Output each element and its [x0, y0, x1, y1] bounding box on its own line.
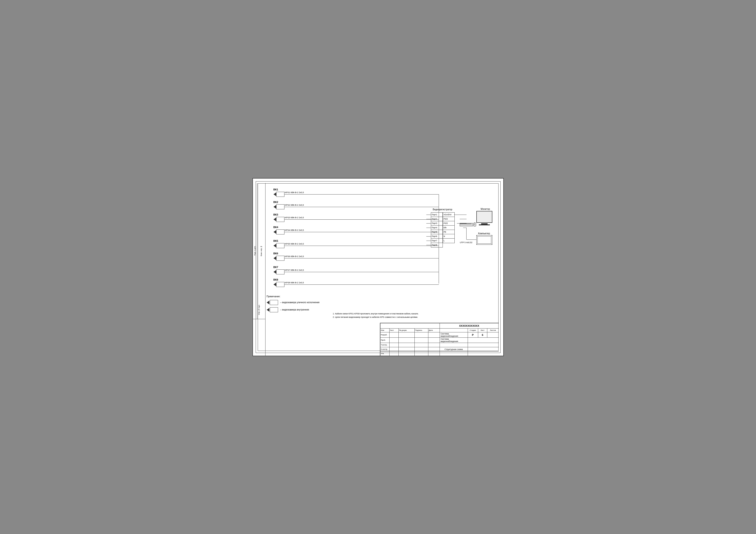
port-line-7 — [426, 241, 431, 241]
cable-label-bk1: KPS1 КВК-В-2 2х0,5 — [285, 191, 304, 193]
left-stamp-area: Взам. инф. № Подп. и дата Инф. № подл. — [253, 183, 265, 356]
cable-bk3 — [284, 219, 439, 220]
drawing-name: Структурная схема — [445, 348, 463, 350]
port-line-1 — [426, 215, 431, 215]
computer-icon — [476, 235, 492, 246]
utp-label: UTP 5 4х0,52 — [460, 241, 472, 243]
legend-indoor-text: – видеокамера внутренняя — [280, 308, 309, 311]
system-name: Система видеонаблюдения — [441, 333, 467, 337]
port-line-5 — [426, 232, 431, 232]
utv-label: Утв. — [381, 352, 384, 355]
cable-bk4 — [284, 232, 439, 232]
notes-area: 1. Кабели связи KPS1-KPS8 проложить внут… — [333, 312, 499, 319]
col-podpis: Подпись — [415, 329, 422, 331]
port-4: Порт4 — [431, 226, 443, 230]
stamp-podp: Подп. и дата — [254, 246, 256, 255]
port-n: N — [443, 234, 454, 239]
cam-label-bk6: ВК6 — [274, 252, 278, 255]
eth-line-horiz2 — [467, 240, 476, 240]
cable-label-bk8: KPS8 КВК-В-2 2х0,5 — [285, 282, 304, 284]
port-7: Порт7 — [431, 239, 443, 243]
page: Взам. инф. № Подп. и дата Инф. № подл. В… — [253, 178, 504, 356]
prob-label: Проб. — [381, 339, 386, 341]
port-pe: PE — [443, 230, 454, 234]
col-izm: Изм — [381, 329, 384, 331]
cable-label-bk6: KPS6 КВК-В-2 2х0,5 — [285, 255, 304, 258]
cam-label-bk2: ВК2 — [274, 201, 278, 203]
legend-title: Примечание: — [267, 295, 320, 298]
col-data: Дата — [429, 329, 433, 331]
cable-label-bk4: KPS4 КВК-В-2 2х0,5 — [285, 229, 304, 231]
port-ps2-2: PS/2 — [443, 221, 454, 226]
computer-label: Компьютер — [478, 232, 490, 235]
col-stadiya: Стадия — [470, 329, 476, 331]
col-listov: Листов — [490, 329, 496, 331]
monitor — [476, 211, 492, 225]
ports-left-col: Порт1 Порт2 Порт3 Порт4 Порт5 Порт6 Порт… — [431, 212, 443, 247]
cable-bk7 — [284, 272, 439, 272]
project-name: ХХХХХХХХХХХХ — [459, 324, 479, 327]
cable-label-bk2: KPS2 КВК-В-2 2х0,5 — [285, 204, 304, 206]
port-vga: VGA/DVI — [443, 213, 454, 217]
port-l: L — [443, 239, 454, 243]
tkontr-label: Т.контр. — [381, 344, 388, 346]
legend-outdoor-text: – видеокамера уличного исполнения — [280, 301, 320, 304]
note-line2: 2. Цепи питания видеокамер проходят в ка… — [333, 316, 499, 319]
legend-area: Примечание: – видеокамера уличного испол… — [267, 295, 320, 312]
port-ps2-1: PS/2 — [443, 217, 454, 221]
stage-value: Р — [472, 334, 473, 336]
col-list2: Лист — [480, 329, 484, 331]
port-6: Порт6 — [431, 234, 443, 239]
port-5: Порт5 — [431, 230, 443, 234]
stamp-vzam: Взам. инф. № — [260, 246, 262, 256]
mouse — [473, 222, 476, 226]
port-line-2 — [426, 219, 431, 219]
cam-label-bk5: ВК5 — [274, 240, 278, 242]
ports-right-col: VGA/DVI PS/2 PS/2 Eth PE N L — [443, 212, 455, 243]
title-block: ХХХХХХХХХХХХ Изм Лист № докум. Подпись Д… — [380, 323, 499, 356]
sheet-value: 6 — [482, 334, 483, 336]
razrab-label: Разраб. — [381, 334, 388, 336]
cam-label-bk4: ВК4 — [274, 226, 278, 229]
port-eth: Eth — [443, 226, 454, 230]
note-line1: 1. Кабели связи KPS1-KPS8 проложить внут… — [333, 312, 499, 316]
port-8: Порт8 — [431, 243, 443, 247]
cable-label-bk7: KPS7 КВК-В-2 2х0,5 — [285, 269, 304, 271]
legend-outdoor: – видеокамера уличного исполнения — [267, 300, 320, 305]
monitor-label: Монитор — [481, 208, 490, 210]
svg-marker-1 — [477, 236, 491, 243]
keyboard — [460, 223, 473, 226]
eth-line-vert — [466, 228, 467, 240]
cable-label-bk3: KPS3 КВК-В-2 2х0,5 — [285, 216, 304, 219]
col-list: Лист — [390, 329, 394, 331]
port-line-6 — [426, 236, 431, 237]
col-docnum: № докум. — [399, 329, 407, 331]
svg-marker-0 — [476, 235, 492, 245]
cam-label-bk1: ВК1 — [274, 188, 278, 191]
diagram-area: ВК1 KPS1 КВК-В-2 2х0,5 ВК2 KPS2 КВК-В-2 … — [267, 183, 499, 319]
system-name-2: Система видеонаблюдения — [441, 338, 467, 343]
port-2: Порт2 — [431, 217, 443, 221]
cable-label-bk5: KPS5 КВК-В-2 2х0,5 — [285, 243, 304, 245]
port-3: Порт3 — [431, 221, 443, 226]
recorder-title: Видеорегистратор — [433, 208, 452, 211]
ps2-line-1 — [460, 219, 467, 219]
port-1: Порт1 — [431, 213, 443, 217]
cam-label-bk7: ВК7 — [274, 266, 278, 268]
stamp-inv: Инф. № подл. — [258, 305, 260, 315]
legend-indoor: – видеокамера внутренняя — [267, 307, 320, 312]
cam-label-bk8: ВК8 — [274, 278, 278, 281]
cable-bk1 — [284, 194, 439, 194]
vga-line — [454, 215, 467, 215]
cam-label-bk3: ВК3 — [274, 213, 278, 216]
nkontr-label: Н.контр. — [381, 348, 388, 350]
